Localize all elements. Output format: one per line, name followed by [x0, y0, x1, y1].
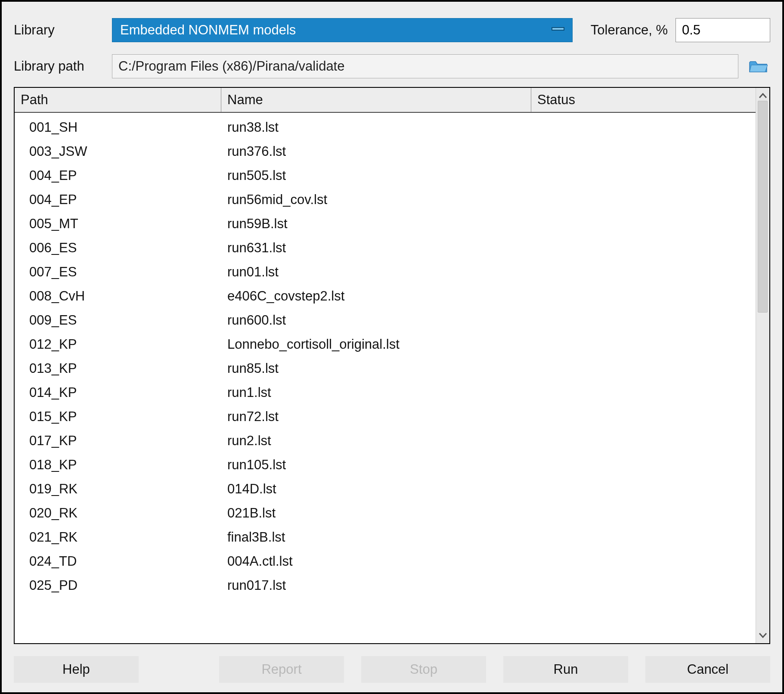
dropdown-arrow-icon [552, 27, 564, 33]
cancel-button[interactable]: Cancel [645, 656, 770, 683]
table-row[interactable]: 004_EPrun56mid_cov.lst [15, 188, 756, 212]
table-row[interactable]: 020_RK021B.lst [15, 501, 756, 525]
svg-rect-1 [552, 28, 564, 30]
scrollbar-thumb[interactable] [758, 101, 768, 313]
table-row[interactable]: 018_KPrun105.lst [15, 453, 756, 477]
cell-name: run376.lst [221, 144, 531, 159]
table-row[interactable]: 001_SHrun38.lst [15, 115, 756, 139]
vertical-scrollbar[interactable] [756, 88, 769, 643]
folder-icon [749, 59, 768, 74]
cell-name: 021B.lst [221, 505, 531, 521]
cell-name: e406C_covstep2.lst [221, 288, 531, 304]
cell-name: run72.lst [221, 409, 531, 424]
models-table: Path Name Status 001_SHrun38.lst003_JSWr… [15, 88, 756, 643]
cell-path: 009_ES [15, 313, 221, 328]
cell-name: 004A.ctl.lst [221, 554, 531, 569]
cell-path: 006_ES [15, 240, 221, 256]
table-row[interactable]: 012_KPLonnebo_cortisoll_original.lst [15, 332, 756, 356]
cell-path: 012_KP [15, 337, 221, 352]
cell-name: run017.lst [221, 578, 531, 593]
cell-name: run85.lst [221, 361, 531, 376]
cell-path: 007_ES [15, 264, 221, 280]
tolerance-input[interactable] [676, 18, 770, 42]
cell-name: run01.lst [221, 264, 531, 280]
cell-path: 014_KP [15, 385, 221, 400]
table-row[interactable]: 021_RKfinal3B.lst [15, 525, 756, 549]
cell-path: 021_RK [15, 530, 221, 545]
cell-name: run631.lst [221, 240, 531, 256]
cell-name: run1.lst [221, 385, 531, 400]
cell-name: run2.lst [221, 433, 531, 449]
table-header-row: Path Name Status [15, 88, 756, 113]
cell-path: 001_SH [15, 120, 221, 135]
table-row[interactable]: 007_ESrun01.lst [15, 260, 756, 284]
top-row: Library Embedded NONMEM models Tolerance… [14, 18, 770, 42]
cell-name: run600.lst [221, 313, 531, 328]
scroll-up-arrow-icon[interactable] [758, 90, 768, 101]
cell-path: 019_RK [15, 481, 221, 497]
cell-name: run38.lst [221, 120, 531, 135]
table-row[interactable]: 025_PDrun017.lst [15, 573, 756, 598]
column-header-status[interactable]: Status [531, 88, 756, 112]
table-row[interactable]: 014_KPrun1.lst [15, 381, 756, 405]
browse-folder-button[interactable] [746, 57, 770, 76]
column-header-name[interactable]: Name [221, 88, 531, 112]
cell-path: 005_MT [15, 216, 221, 232]
table-row[interactable]: 006_ESrun631.lst [15, 236, 756, 260]
cell-path: 025_PD [15, 578, 221, 593]
cell-name: 014D.lst [221, 481, 531, 497]
column-header-path[interactable]: Path [15, 88, 221, 112]
library-path-label: Library path [14, 59, 104, 74]
library-path-input[interactable] [112, 54, 738, 78]
dialog-window: Library Embedded NONMEM models Tolerance… [0, 0, 784, 694]
table-row[interactable]: 013_KPrun85.lst [15, 356, 756, 381]
path-row: Library path [14, 54, 770, 78]
cell-path: 020_RK [15, 505, 221, 521]
table-body: 001_SHrun38.lst003_JSWrun376.lst004_EPru… [15, 113, 756, 643]
table-row[interactable]: 015_KPrun72.lst [15, 405, 756, 429]
cell-name: run56mid_cov.lst [221, 192, 531, 208]
cell-name: final3B.lst [221, 530, 531, 545]
table-row[interactable]: 024_TD004A.ctl.lst [15, 549, 756, 573]
cell-path: 017_KP [15, 433, 221, 449]
cell-name: run59B.lst [221, 216, 531, 232]
button-row: Help Report Stop Run Cancel [14, 656, 770, 683]
table-row[interactable]: 008_CvHe406C_covstep2.lst [15, 284, 756, 308]
tolerance-label: Tolerance, % [591, 22, 668, 38]
table-row[interactable]: 005_MTrun59B.lst [15, 212, 756, 236]
cell-path: 015_KP [15, 409, 221, 424]
report-button: Report [219, 656, 344, 683]
scrollbar-track[interactable] [756, 101, 769, 630]
cell-name: run505.lst [221, 168, 531, 183]
cell-path: 004_EP [15, 168, 221, 183]
table-row[interactable]: 019_RK014D.lst [15, 477, 756, 501]
cell-path: 008_CvH [15, 288, 221, 304]
stop-button: Stop [361, 656, 486, 683]
run-button[interactable]: Run [503, 656, 628, 683]
cell-name: Lonnebo_cortisoll_original.lst [221, 337, 531, 352]
library-dropdown-value: Embedded NONMEM models [120, 22, 296, 38]
cell-path: 024_TD [15, 554, 221, 569]
cell-path: 003_JSW [15, 144, 221, 159]
library-dropdown[interactable]: Embedded NONMEM models [112, 18, 573, 42]
cell-path: 013_KP [15, 361, 221, 376]
help-button[interactable]: Help [14, 656, 139, 683]
cell-name: run105.lst [221, 457, 531, 473]
table-row[interactable]: 003_JSWrun376.lst [15, 139, 756, 164]
models-table-container: Path Name Status 001_SHrun38.lst003_JSWr… [14, 87, 770, 644]
scroll-down-arrow-icon[interactable] [758, 630, 768, 641]
cell-path: 018_KP [15, 457, 221, 473]
table-row[interactable]: 009_ESrun600.lst [15, 308, 756, 332]
table-row[interactable]: 004_EPrun505.lst [15, 164, 756, 188]
library-label: Library [14, 22, 104, 38]
button-spacer [156, 656, 202, 683]
table-row[interactable]: 017_KPrun2.lst [15, 429, 756, 453]
cell-path: 004_EP [15, 192, 221, 208]
